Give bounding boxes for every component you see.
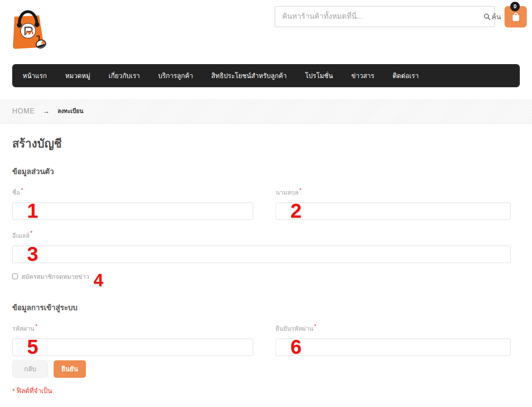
first-name-field: ชื่อ* 1 [12, 187, 253, 220]
newsletter-row: สมัครสมาชิกจดหมายข่าว 4 [12, 272, 511, 281]
search-bar: ค้น [275, 6, 495, 27]
email-label: อีเมลล์ [12, 231, 30, 240]
register-page: สร้างบัญชี ข้อมูลส่วนตัว ชื่อ* 1 นามสกุล… [0, 134, 532, 396]
shopping-bag-icon [510, 11, 522, 22]
main-nav: หน้าแรก หมวดหมู่ เกี่ยวกับเรา บริการลูกค… [12, 64, 520, 87]
nav-item-customer-service[interactable]: บริการลูกค้า [158, 71, 193, 81]
password-field: รหัสผ่าน* 5 [12, 323, 253, 356]
required-asterisk: * [31, 229, 33, 236]
confirm-password-input[interactable] [276, 339, 511, 356]
cart-count-badge: 0 [510, 2, 520, 11]
search-icon [484, 13, 491, 20]
confirm-password-field: ยืนยันรหัสผ่าน* 6 [276, 323, 511, 356]
breadcrumb: HOME → ลงทะเบียน [0, 99, 532, 123]
email-input[interactable] [12, 246, 511, 263]
back-button[interactable]: กลับ [12, 360, 48, 378]
nav-item-contact[interactable]: ติดต่อเรา [392, 71, 419, 81]
nav-item-categories[interactable]: หมวดหมู่ [65, 71, 90, 81]
email-field: อีเมลล์* 3 [12, 229, 511, 263]
page-title: สร้างบัญชี [12, 134, 520, 152]
section-heading-login-info: ข้อมูลการเข้าสู่ระบบ [12, 301, 511, 313]
breadcrumb-home-link[interactable]: HOME [12, 107, 35, 115]
header: ค้น 0 [0, 0, 532, 64]
pm-shopping-bag-logo[interactable] [11, 3, 48, 50]
required-asterisk: * [299, 187, 301, 193]
register-form: ชื่อ* 1 นามสกุล* 2 อีเมลล์* 3 [12, 177, 511, 396]
section-heading-personal-info: ข้อมูลส่วนตัว [12, 165, 520, 177]
nav-item-customer-benefits[interactable]: สิทธิประโยชน์สำหรับลูกค้า [211, 71, 287, 81]
nav-item-promotions[interactable]: โปรโมชั่น [305, 71, 333, 81]
required-fields-note: * ฟิลด์ที่จำเป็น [12, 386, 511, 396]
breadcrumb-arrow-icon: → [43, 107, 50, 115]
nav-item-about[interactable]: เกี่ยวกับเรา [109, 71, 140, 81]
search-input[interactable] [275, 6, 495, 27]
form-actions: กลับ ยืนยัน [12, 360, 511, 378]
required-asterisk: * [35, 323, 38, 329]
password-label: รหัสผ่าน [12, 324, 34, 333]
last-name-field: นามสกุล* 2 [276, 187, 511, 220]
first-name-label: ชื่อ [12, 188, 20, 197]
password-input[interactable] [12, 339, 253, 356]
confirm-button[interactable]: ยืนยัน [54, 360, 86, 378]
newsletter-checkbox[interactable] [12, 274, 18, 279]
last-name-label: นามสกุล [276, 188, 298, 197]
required-asterisk: * [314, 323, 316, 329]
search-button[interactable]: ค้น [484, 11, 501, 22]
first-name-input[interactable] [12, 202, 253, 220]
breadcrumb-current: ลงทะเบียน [58, 106, 83, 116]
last-name-input[interactable] [276, 202, 511, 220]
required-asterisk: * [21, 187, 23, 193]
newsletter-label[interactable]: สมัครสมาชิกจดหมายข่าว [21, 272, 89, 281]
logo-graphic [11, 3, 48, 50]
nav-item-news[interactable]: ข่าวสาร [351, 71, 375, 81]
confirm-password-label: ยืนยันรหัสผ่าน [276, 324, 313, 333]
nav-item-home[interactable]: หน้าแรก [23, 71, 47, 81]
search-button-label: ค้น [491, 11, 501, 22]
